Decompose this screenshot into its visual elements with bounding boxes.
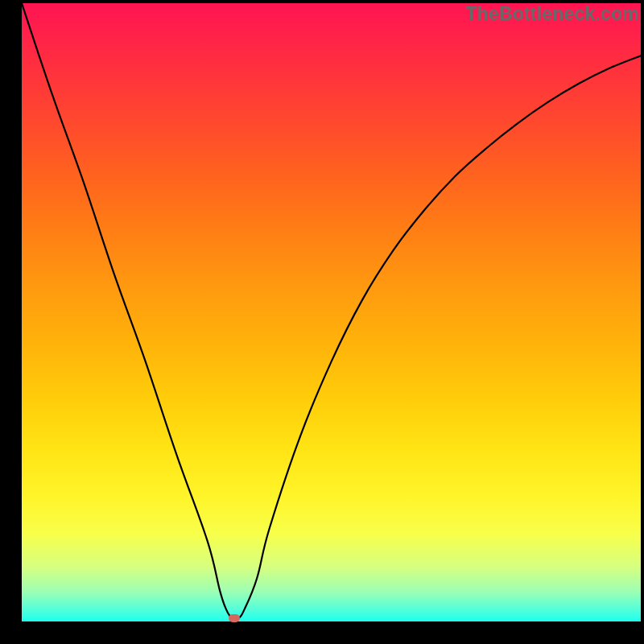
optimum-marker: [229, 614, 240, 622]
curve-path: [22, 3, 641, 620]
watermark-text: TheBottleneck.com: [465, 3, 639, 25]
chart-frame: TheBottleneck.com: [0, 0, 644, 644]
bottleneck-curve: [22, 3, 641, 621]
